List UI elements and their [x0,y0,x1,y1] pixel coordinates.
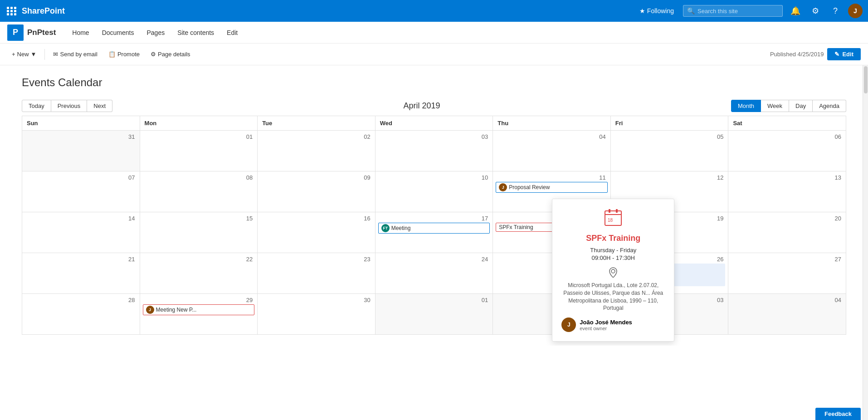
previous-button[interactable]: Previous [51,100,88,112]
calendar-week-row: 31 01 02 03 04 05 06 [22,131,846,171]
calendar-day: 23 [258,253,375,294]
calendar-day: 24 [375,253,493,294]
edit-button[interactable]: ✎ Edit [827,48,861,60]
event-label: SPFx Training [499,224,533,230]
svg-rect-2 [609,209,610,213]
page-toolbar: + New ▼ ✉ Send by email 📋 Promote ⚙ Page… [0,44,868,65]
calendar-navigation: Today Previous Next [22,100,112,112]
calendar-day: 09 [258,171,375,212]
calendar-day: 06 [728,131,846,171]
top-navigation: SharePoint ★ Following 🔍 🔔 ⚙ ? J [0,0,868,22]
event-avatar: FT [381,224,390,232]
search-icon: 🔍 [687,7,695,15]
site-name: PnPtest [27,28,56,37]
nav-site-contents[interactable]: Site contents [172,26,219,39]
calendar-day: 08 [140,171,258,212]
popup-hours: 09:00H - 17:30H [561,254,665,261]
calendar-day: 18 SPFx Training 18 [493,212,611,253]
calendar-day: 01 [140,131,258,171]
new-button[interactable]: + New ▼ [7,48,41,60]
nav-home[interactable]: Home [67,26,94,39]
calendar-week-row: 21 22 23 24 25 26 27 [22,253,846,294]
published-status: Published 4/25/2019 [770,51,824,58]
calendar-day: 20 [728,212,846,253]
calendar-title: Events Calendar [22,76,846,89]
scrollbar[interactable] [863,65,868,346]
popup-owner-avatar: J [561,317,576,332]
calendar-day: 28 [22,294,140,335]
svg-text:18: 18 [608,218,613,223]
plus-icon: + [12,51,15,58]
col-thu: Thu [493,116,611,131]
calendar-view-buttons: Month Week Day Agenda [731,100,846,112]
avatar[interactable]: J [848,4,863,18]
col-fri: Fri [610,116,728,131]
view-day-button[interactable]: Day [789,100,813,112]
calendar-day: 01 [375,294,493,335]
gear-icon: ⚙ [151,51,156,58]
next-button[interactable]: Next [87,100,112,112]
event-popup: 18 SPFx Training Thursday - Friday 09:00… [552,199,674,342]
view-agenda-button[interactable]: Agenda [813,100,846,112]
calendar-day: 29 J Meeting New P... [140,294,258,335]
settings-icon[interactable]: ⚙ [808,4,823,18]
event-label: Meeting [391,225,411,231]
popup-owner: J João José Mendes event owner [561,317,665,332]
event-avatar: J [499,183,507,191]
calendar-grid: Sun Mon Tue Wed Thu Fri Sat 31 01 02 03 … [22,116,846,335]
current-month-label: April 2019 [403,101,440,111]
event-label: Meeting New P... [156,307,197,313]
view-month-button[interactable]: Month [731,100,761,112]
popup-event-title: SPFx Training [561,234,665,243]
main-content: Events Calendar Today Previous Next Apri… [0,65,868,346]
event-label: Proposal Review [509,184,550,190]
page-details-button[interactable]: ⚙ Page details [146,48,195,60]
popup-time: Thursday - Friday [561,247,665,254]
event-meeting-new[interactable]: J Meeting New P... [143,304,255,315]
col-tue: Tue [258,116,375,131]
calendar-day: 17 FT Meeting [375,212,493,253]
col-wed: Wed [375,116,493,131]
popup-owner-role: event owner [580,326,632,331]
site-logo: P [7,24,24,41]
event-meeting[interactable]: FT Meeting [378,223,490,234]
calendar-day: 13 [728,171,846,212]
calendar-day: 27 [728,253,846,294]
col-mon: Mon [140,116,258,131]
calendar-day: 31 [22,131,140,171]
popup-owner-name: João José Mendes [580,319,632,326]
waffle-menu[interactable] [5,5,18,17]
calendar-week-row: 28 29 J Meeting New P... 30 01 02 03 04 [22,294,846,335]
view-week-button[interactable]: Week [761,100,789,112]
svg-point-5 [611,269,615,273]
popup-calendar-icon: 18 [561,208,665,230]
promote-icon: 📋 [108,51,116,58]
notifications-icon[interactable]: 🔔 [788,4,803,18]
following-button[interactable]: ★ Following [636,5,678,16]
nav-pages[interactable]: Pages [141,26,170,39]
chevron-down-icon: ▼ [31,51,37,58]
calendar-day: 04 [728,294,846,335]
scroll-thumb[interactable] [864,66,868,93]
col-sat: Sat [728,116,846,131]
nav-edit[interactable]: Edit [221,26,243,39]
popup-location-icon [561,267,665,280]
calendar-day: 16 [258,212,375,253]
toolbar-separator [44,49,45,60]
send-by-email-button[interactable]: ✉ Send by email [49,48,102,60]
today-button[interactable]: Today [22,100,51,112]
calendar-week-row: 07 08 09 10 11 J Proposal Review 12 13 [22,171,846,212]
site-nav-links: Home Documents Pages Site contents Edit [67,26,861,39]
help-icon[interactable]: ? [828,4,843,18]
calendar-day: 22 [140,253,258,294]
calendar-day: 07 [22,171,140,212]
event-proposal-review[interactable]: J Proposal Review [496,182,608,193]
calendar-day: 14 [22,212,140,253]
search-input[interactable] [697,8,779,15]
nav-documents[interactable]: Documents [97,26,140,39]
calendar-controls: Today Previous Next April 2019 Month Wee… [22,96,846,116]
promote-button[interactable]: 📋 Promote [104,48,144,60]
star-icon: ★ [639,7,645,15]
search-box[interactable]: 🔍 [683,5,783,17]
calendar-day: 30 [258,294,375,335]
